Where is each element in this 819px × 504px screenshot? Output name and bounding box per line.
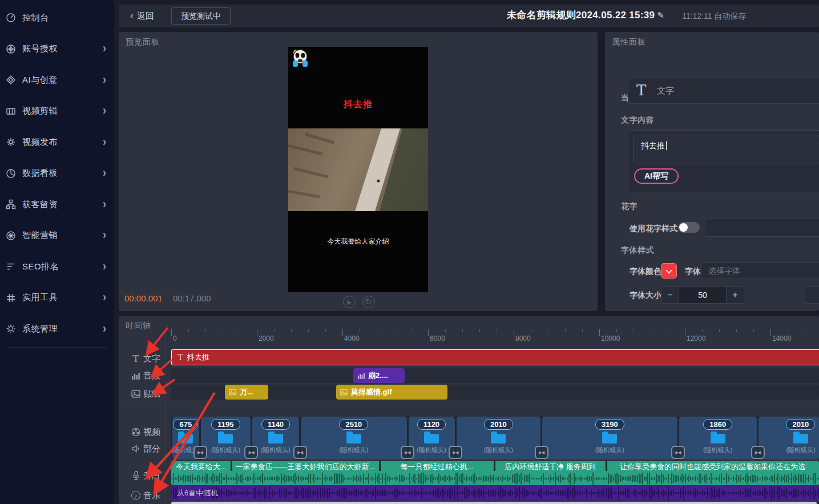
chevron-right-icon: › [103, 291, 106, 305]
sidebar-item-video-publish[interactable]: 视频发布› [0, 127, 114, 158]
autosave-status: 11:12:11 自动保存 [682, 11, 746, 22]
ruler-tick [805, 329, 805, 332]
font-size-stepper: − 50 + [661, 286, 744, 304]
clip-duration-badge: 1120 [417, 419, 446, 430]
replay-button[interactable]: ↻ [362, 296, 375, 308]
sidebar-item-video-edit[interactable]: 视频剪辑› [0, 96, 114, 127]
track-label-partial[interactable]: 部分 [119, 441, 166, 456]
random-shot-label: (随机镜头) [484, 446, 513, 454]
sidebar-item-dashboard[interactable]: 控制台 [0, 2, 114, 34]
narration-segment[interactable]: 让你享受美食的同时也能感受到家的温馨如果你还在为选 [606, 462, 819, 472]
folder-icon [491, 434, 506, 443]
ruler-tick [205, 329, 206, 332]
sidebar-item-lead-capture[interactable]: 获客留资› [0, 189, 114, 220]
transition-icon[interactable]: ▶◀ [671, 446, 685, 459]
sticker-clip[interactable]: 万... [225, 385, 268, 400]
transition-icon[interactable]: ▶◀ [751, 446, 765, 459]
fancy-style-toggle[interactable] [678, 222, 700, 233]
transition-icon[interactable]: ▶◀ [449, 446, 462, 459]
folder-icon [178, 434, 193, 443]
transition-icon[interactable]: ▶◀ [193, 446, 207, 459]
font-color-swatch[interactable] [661, 263, 677, 279]
ruler-tick [411, 329, 411, 332]
narration-segment[interactable]: 今天我要给大... [171, 462, 231, 472]
random-shot-label: (随机镜头) [261, 446, 290, 454]
track-label-text[interactable]: T 文字 [119, 351, 166, 366]
ruler-tick [685, 329, 685, 336]
video-segment[interactable]: 2010(随机镜头) [457, 417, 541, 459]
sidebar-item-seo-rank[interactable]: SEO排名› [0, 251, 114, 283]
video-segment[interactable]: 1140(随机镜头) [252, 417, 300, 459]
back-button[interactable]: ‹返回 [130, 10, 154, 22]
partial-input-box[interactable] [805, 286, 819, 304]
folder-icon [218, 434, 233, 443]
utility-tools-icon [6, 293, 16, 303]
text-clip[interactable]: T 抖去推 [171, 349, 819, 365]
document-title: 未命名剪辑规则2024.05.22 15:39✎ [507, 9, 664, 22]
random-shot-label: (随机镜头) [786, 446, 815, 454]
horizontal-scrollbar[interactable] [171, 502, 817, 504]
ruler-tick-label: 12000 [687, 334, 705, 342]
timeline-ruler[interactable]: 02000400060008000100001200014000 [171, 329, 819, 343]
fancy-style-input[interactable] [705, 219, 819, 237]
video-segment[interactable]: 1860(随机镜头) [679, 417, 757, 459]
sound-clip-icon [358, 373, 365, 379]
narration-track-band[interactable]: 今天我要给大...一家美食店——王婆大虾我们店的大虾新...每一只都经过精心挑.… [171, 461, 819, 485]
sidebar-item-utility-tools[interactable]: 实用工具› [0, 283, 114, 314]
sticker-overlay [289, 48, 310, 68]
music-note-icon: ♪ [131, 491, 140, 500]
narration-segment[interactable]: 店内环境舒适干净 服务周到 [494, 462, 606, 472]
clip-duration-badge: 1860 [703, 419, 732, 430]
sidebar-item-smart-marketing[interactable]: 智能营销› [0, 220, 114, 252]
ruler-tick [377, 329, 377, 332]
sticker-clip[interactable]: 莫得感情.gif [336, 385, 447, 400]
track-label-video[interactable]: 视频 [119, 425, 166, 440]
ruler-tick-label: 2000 [259, 334, 274, 342]
selection-type-box[interactable]: T 文字 [628, 78, 819, 104]
top-bar: ‹返回 预览测试中 未命名剪辑规则2024.05.22 15:39✎ 11:12… [119, 5, 819, 27]
video-segment[interactable]: 1195(随机镜头) [201, 417, 251, 459]
video-bottom-letterbox [288, 211, 428, 292]
selection-type-value: 文字 [657, 86, 674, 96]
track-label-music[interactable]: ♪ 音乐 [119, 488, 166, 503]
narration-segment[interactable]: 一家美食店——王婆大虾我们店的大虾新... [231, 462, 380, 472]
text-content-input[interactable]: 抖去推 [634, 135, 819, 164]
narration-segment[interactable]: 每一只都经过精心挑... [380, 462, 494, 472]
track-label-sound[interactable]: 音效 [119, 368, 166, 383]
sidebar-item-ai-creative[interactable]: AI与创意› [0, 64, 114, 96]
track-label-narration[interactable]: 旁白 [119, 468, 166, 483]
transition-icon[interactable]: ▶◀ [293, 446, 307, 459]
text-clip-icon: T [177, 352, 183, 362]
video-preview[interactable]: 抖去推 今天我要给大家介绍 [288, 47, 428, 292]
edit-title-icon[interactable]: ✎ [657, 10, 664, 20]
track-label-sticker[interactable]: 贴纸 [119, 386, 166, 401]
sidebar-item-label: AI与创意 [22, 75, 103, 86]
sticker-track-band [171, 385, 819, 400]
video-overlay-subtitle: 今天我要给大家介绍 [288, 237, 428, 247]
video-segment[interactable]: 2010(随机镜头) [759, 417, 819, 459]
sound-effect-clip[interactable]: 崩2.... [353, 368, 405, 383]
transition-icon[interactable]: ▶◀ [401, 446, 414, 459]
clip-duration-badge: 2010 [484, 419, 513, 430]
sidebar-item-system-manage[interactable]: 系统管理› [0, 313, 114, 345]
transition-icon[interactable]: ▶◀ [244, 446, 258, 459]
video-segment[interactable]: 2510(随机镜头) [301, 417, 406, 459]
font-select-input[interactable]: 选择字体 [701, 262, 819, 279]
video-segment[interactable]: 3190(随机镜头) [542, 417, 677, 459]
fancy-text-label: 花字 [621, 201, 638, 212]
sidebar-item-account-auth[interactable]: 账号授权› [0, 34, 114, 65]
font-size-increase-button[interactable]: + [726, 286, 744, 304]
video-segment[interactable]: 1120(随机镜头) [409, 417, 455, 459]
preview-status-button[interactable]: 预览测试中 [171, 7, 231, 25]
music-track-band[interactable]: 从6首中随机 [171, 486, 819, 501]
transition-icon[interactable]: ▶◀ [535, 446, 548, 459]
sidebar-item-data-board[interactable]: 数据看板› [0, 158, 114, 189]
ai-write-button[interactable]: AI帮写 [634, 168, 679, 184]
sticker-clip-icon [340, 389, 348, 396]
sidebar-item-label: 实用工具 [22, 292, 103, 303]
play-button[interactable]: ▶ [343, 296, 356, 308]
sidebar-item-label: 视频发布 [22, 137, 103, 148]
font-size-decrease-button[interactable]: − [661, 286, 679, 304]
ruler-tick [240, 329, 240, 332]
video-track-icon [131, 428, 140, 437]
